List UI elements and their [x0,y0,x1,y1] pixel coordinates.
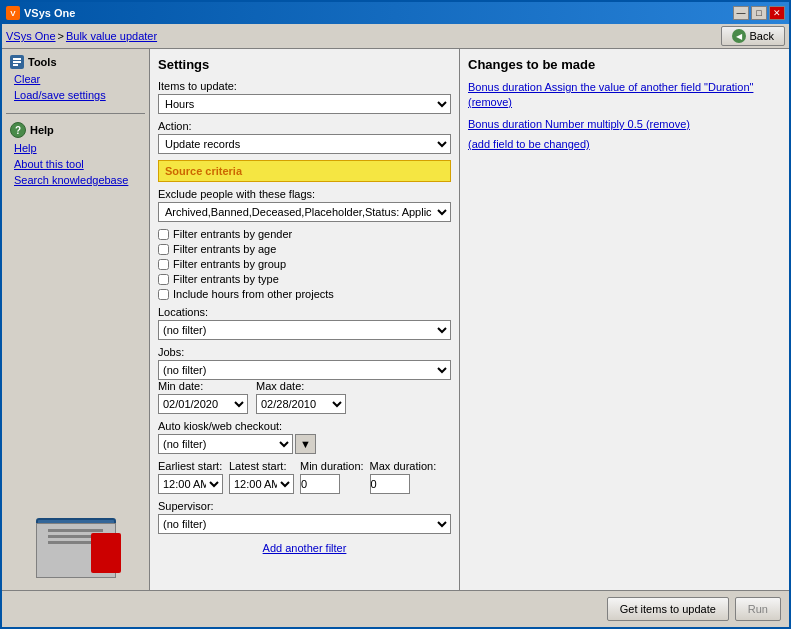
breadcrumb-home[interactable]: VSys One [6,30,56,42]
latest-start-group: Latest start: 12:00 AM [229,460,294,494]
kiosk-label: Auto kiosk/web checkout: [158,420,451,432]
max-date-select[interactable]: 02/28/2010 [256,394,346,414]
tools-section: Tools Clear Load/save settings [6,53,145,103]
help-header: ? Help [6,120,145,140]
filter-group-row: Filter entrants by group [158,258,451,270]
run-button[interactable]: Run [735,597,781,621]
max-date-label: Max date: [256,380,346,392]
kiosk-select[interactable]: (no filter) [158,434,293,454]
settings-panel: Settings Items to update: Hours Action: … [150,49,460,590]
content-area: Settings Items to update: Hours Action: … [150,49,789,590]
add-filter-link[interactable]: Add another filter [158,542,451,554]
filter-type-checkbox[interactable] [158,274,169,285]
logo-area [6,194,145,586]
breadcrumb-separator: > [58,30,64,42]
sidebar-about[interactable]: About this tool [6,156,145,172]
exclude-flags-label: Exclude people with these flags: [158,188,451,200]
svg-rect-3 [13,64,18,66]
sidebar-help[interactable]: Help [6,140,145,156]
filter-gender-row: Filter entrants by gender [158,228,451,240]
app-icon: V [6,6,20,20]
filter-type-row: Filter entrants by type [158,273,451,285]
svg-rect-2 [13,61,21,63]
help-icon: ? [10,122,26,138]
min-duration-group: Min duration: [300,460,364,494]
items-to-update-label: Items to update: [158,80,451,92]
earliest-start-select[interactable]: 12:00 AM [158,474,223,494]
sidebar-search-kb[interactable]: Search knowledgebase [6,172,145,188]
filter-gender-label: Filter entrants by gender [173,228,292,240]
back-icon: ◀ [732,29,746,43]
back-button[interactable]: ◀ Back [721,26,785,46]
action-select[interactable]: Update records [158,134,451,154]
include-hours-row: Include hours from other projects [158,288,451,300]
jobs-label: Jobs: [158,346,451,358]
svg-rect-1 [13,58,21,60]
earliest-start-label: Earliest start: [158,460,223,472]
max-duration-group: Max duration: [370,460,437,494]
exclude-flags-select[interactable]: Archived,Banned,Deceased,Placeholder,Sta… [158,202,451,222]
menu-bar: VSys One > Bulk value updater ◀ Back [2,24,789,49]
title-bar: V VSys One — □ ✕ [2,2,789,24]
max-duration-label: Max duration: [370,460,437,472]
get-items-button[interactable]: Get items to update [607,597,729,621]
sidebar-divider [6,113,145,114]
latest-start-label: Latest start: [229,460,294,472]
minimize-button[interactable]: — [733,6,749,20]
filter-group-label: Filter entrants by group [173,258,286,270]
action-label: Action: [158,120,451,132]
exclude-flags-group: Exclude people with these flags: Archive… [158,188,451,222]
help-label: Help [30,124,54,136]
sidebar-clear[interactable]: Clear [6,71,145,87]
change-item-1[interactable]: Bonus duration Assign the value of anoth… [468,80,781,111]
title-controls: — □ ✕ [733,6,785,20]
sidebar: Tools Clear Load/save settings ? Help He… [2,49,150,590]
logo-red-element [91,533,121,573]
logo [26,498,126,578]
include-hours-label: Include hours from other projects [173,288,334,300]
max-duration-input[interactable] [370,474,410,494]
action-group: Action: Update records [158,120,451,154]
breadcrumb: VSys One > Bulk value updater [6,30,157,42]
sidebar-load-save[interactable]: Load/save settings [6,87,145,103]
min-date-group: Min date: 02/01/2020 [158,380,248,414]
filter-age-checkbox[interactable] [158,244,169,255]
changes-title: Changes to be made [468,57,781,72]
close-button[interactable]: ✕ [769,6,785,20]
locations-group: Locations: (no filter) [158,306,451,340]
filter-group-checkbox[interactable] [158,259,169,270]
filter-type-label: Filter entrants by type [173,273,279,285]
locations-select[interactable]: (no filter) [158,320,451,340]
tools-label: Tools [28,56,57,68]
items-to-update-group: Items to update: Hours [158,80,451,114]
include-hours-checkbox[interactable] [158,289,169,300]
breadcrumb-current[interactable]: Bulk value updater [66,30,157,42]
min-date-select[interactable]: 02/01/2020 [158,394,248,414]
change-item-2[interactable]: Bonus duration Number multiply 0.5 (remo… [468,117,781,132]
filter-age-row: Filter entrants by age [158,243,451,255]
supervisor-label: Supervisor: [158,500,451,512]
add-field-link[interactable]: (add field to be changed) [468,138,590,150]
latest-start-select[interactable]: 12:00 AM [229,474,294,494]
locations-label: Locations: [158,306,451,318]
kiosk-dropdown-btn[interactable]: ▼ [295,434,316,454]
min-duration-label: Min duration: [300,460,364,472]
source-criteria-header: Source criteria [158,160,451,182]
jobs-group: Jobs: (no filter) [158,346,451,380]
supervisor-group: Supervisor: (no filter) [158,500,451,534]
filter-gender-checkbox[interactable] [158,229,169,240]
help-section: ? Help Help About this tool Search knowl… [6,120,145,188]
items-to-update-select[interactable]: Hours [158,94,451,114]
time-row: Earliest start: 12:00 AM Latest start: 1… [158,460,451,494]
maximize-button[interactable]: □ [751,6,767,20]
earliest-start-group: Earliest start: 12:00 AM [158,460,223,494]
tools-icon [10,55,24,69]
min-date-label: Min date: [158,380,248,392]
supervisor-select[interactable]: (no filter) [158,514,451,534]
title-bar-left: V VSys One [6,6,75,20]
jobs-select[interactable]: (no filter) [158,360,451,380]
filter-age-label: Filter entrants by age [173,243,276,255]
bottom-bar: Get items to update Run [2,590,789,627]
min-duration-input[interactable] [300,474,340,494]
date-row: Min date: 02/01/2020 Max date: 02/28/201… [158,380,451,414]
